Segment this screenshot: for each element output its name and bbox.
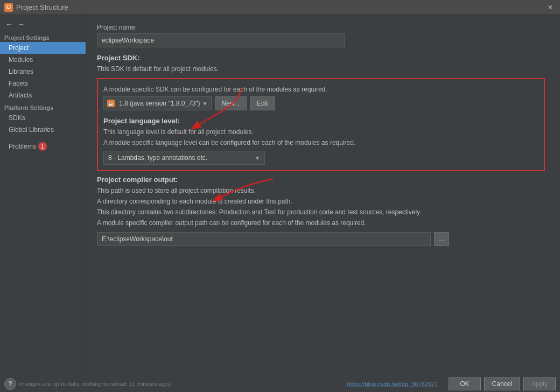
bottom-bar: ? changes are up to date, nothing to rel… <box>0 375 560 392</box>
language-level-row: 8 - Lambdas, type annotations etc. ▼ <box>103 151 538 165</box>
sidebar-item-problems[interactable]: Problems 1 <box>0 140 86 153</box>
language-level-value: 8 - Lambdas, type annotations etc. <box>108 154 207 162</box>
sidebar-item-artifacts[interactable]: Artifacts <box>0 89 86 101</box>
title-bar: IJ Project Structure × <box>0 0 560 15</box>
compiler-output-row: ... <box>97 232 545 246</box>
language-level-arrow-icon: ▼ <box>255 155 260 161</box>
sidebar-item-modules[interactable]: Modules <box>0 54 86 66</box>
problems-badge: 1 <box>38 142 47 151</box>
sidebar-item-project[interactable]: Project <box>0 42 86 54</box>
sidebar-item-facets[interactable]: Facets <box>0 78 86 89</box>
status-text: changes are up to date, nothing to reloa… <box>18 381 171 387</box>
compiler-output-desc2: A directory corresponding to each module… <box>97 197 545 206</box>
compiler-output-desc3: This directory contains two subdirectori… <box>97 207 545 217</box>
language-level-heading: Project language level: <box>103 117 538 125</box>
sdk-select[interactable]: ☕ 1.8 (java version "1.8.0_73") ▼ <box>103 96 212 110</box>
app-icon: IJ <box>4 3 13 12</box>
cancel-button[interactable]: Cancel <box>484 377 520 390</box>
back-button[interactable]: ← <box>4 19 14 29</box>
language-level-desc2: A module specific language level can be … <box>103 138 538 148</box>
project-sdk-desc1: This SDK is default for all project modu… <box>97 64 545 74</box>
bottom-left: ? changes are up to date, nothing to rel… <box>4 378 171 390</box>
new-sdk-button[interactable]: New... <box>215 96 247 110</box>
sdk-row: ☕ 1.8 (java version "1.8.0_73") ▼ New...… <box>103 96 538 110</box>
forward-button[interactable]: → <box>16 19 26 29</box>
platform-settings-label: Platform Settings <box>0 101 86 112</box>
sdk-red-box: A module specific SDK can be configured … <box>97 78 545 171</box>
browse-button[interactable]: ... <box>434 232 449 246</box>
url-link[interactable]: https://blog.csdn.net/qq_36762677 <box>347 381 438 387</box>
project-sdk-heading: Project SDK: <box>97 54 545 62</box>
sidebar-item-global-libraries[interactable]: Global Libraries <box>0 124 86 136</box>
sdk-dropdown-arrow-icon: ▼ <box>202 101 208 107</box>
project-name-input[interactable] <box>97 33 345 47</box>
project-name-label: Project name: <box>97 24 545 31</box>
apply-button[interactable]: Apply <box>523 377 556 390</box>
content-area: Project name: Project SDK: This SDK is d… <box>86 15 556 375</box>
language-level-desc1: This language level is default for all p… <box>103 127 538 137</box>
bottom-right: OK Cancel Apply <box>449 377 556 390</box>
compiler-output-desc4: A module specific compiler output path c… <box>97 218 545 228</box>
sidebar-item-sdks[interactable]: SDKs <box>0 112 86 124</box>
help-button[interactable]: ? <box>4 378 16 390</box>
project-sdk-desc2: A module specific SDK can be configured … <box>103 85 538 94</box>
ok-button[interactable]: OK <box>449 377 480 390</box>
right-scrollbar[interactable] <box>556 15 560 375</box>
project-settings-label: Project Settings <box>0 31 86 42</box>
sidebar-item-libraries[interactable]: Libraries <box>0 66 86 78</box>
language-level-select[interactable]: 8 - Lambdas, type annotations etc. ▼ <box>103 151 265 165</box>
sidebar: ← → Project Settings Project Modules Lib… <box>0 15 86 375</box>
close-button[interactable]: × <box>545 2 556 13</box>
sidebar-toolbar: ← → <box>0 17 86 31</box>
title-bar-text: Project Structure <box>16 3 68 11</box>
sdk-icon: ☕ <box>107 100 115 107</box>
compiler-output-heading: Project compiler output: <box>97 176 545 184</box>
compiler-output-input[interactable] <box>97 232 431 246</box>
main-container: ← → Project Settings Project Modules Lib… <box>0 15 560 375</box>
compiler-output-desc1: This path is used to store all project c… <box>97 186 545 195</box>
sdk-value: 1.8 (java version "1.8.0_73") <box>119 100 200 107</box>
edit-sdk-button[interactable]: Edit <box>250 96 275 110</box>
